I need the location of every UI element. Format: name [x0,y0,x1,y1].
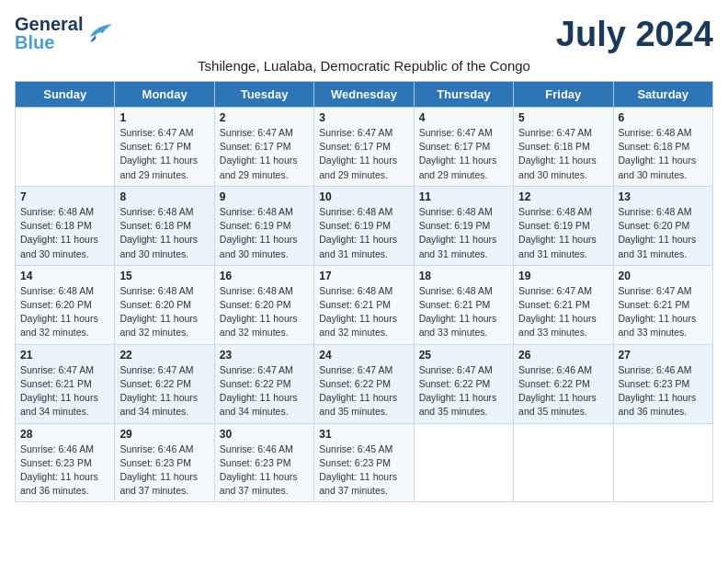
day-number: 3 [319,111,408,124]
day-number: 13 [619,190,708,203]
calendar-cell: 12Sunrise: 6:48 AM Sunset: 6:19 PM Dayli… [514,186,613,265]
day-info: Sunrise: 6:48 AM Sunset: 6:21 PM Dayligh… [419,284,508,340]
calendar-header: SundayMondayTuesdayWednesdayThursdayFrid… [16,82,713,108]
calendar-cell: 14Sunrise: 6:48 AM Sunset: 6:20 PM Dayli… [16,265,115,344]
header-row: SundayMondayTuesdayWednesdayThursdayFrid… [16,82,713,108]
calendar-cell: 29Sunrise: 6:46 AM Sunset: 6:23 PM Dayli… [115,423,214,502]
calendar-cell: 15Sunrise: 6:48 AM Sunset: 6:20 PM Dayli… [115,265,214,344]
calendar-week-row: 1Sunrise: 6:47 AM Sunset: 6:17 PM Daylig… [16,108,713,187]
day-info: Sunrise: 6:47 AM Sunset: 6:21 PM Dayligh… [619,284,708,340]
day-number: 4 [419,111,508,124]
day-info: Sunrise: 6:48 AM Sunset: 6:19 PM Dayligh… [419,205,508,261]
logo-blue-text: Blue [15,33,83,52]
day-number: 31 [319,428,408,441]
day-info: Sunrise: 6:45 AM Sunset: 6:23 PM Dayligh… [319,442,408,499]
calendar-cell: 1Sunrise: 6:47 AM Sunset: 6:17 PM Daylig… [115,108,214,187]
calendar-cell: 27Sunrise: 6:46 AM Sunset: 6:23 PM Dayli… [613,344,712,423]
day-number: 16 [220,270,309,282]
calendar-cell: 20Sunrise: 6:47 AM Sunset: 6:21 PM Dayli… [613,265,712,344]
day-info: Sunrise: 6:47 AM Sunset: 6:22 PM Dayligh… [319,363,408,419]
month-title: July 2024 [556,15,713,54]
day-number: 26 [518,349,608,362]
day-info: Sunrise: 6:48 AM Sunset: 6:20 PM Dayligh… [220,284,309,340]
day-info: Sunrise: 6:48 AM Sunset: 6:19 PM Dayligh… [518,205,608,261]
calendar-week-row: 21Sunrise: 6:47 AM Sunset: 6:21 PM Dayli… [16,344,713,423]
day-info: Sunrise: 6:47 AM Sunset: 6:17 PM Dayligh… [319,126,408,182]
header-day-tuesday: Tuesday [214,82,313,108]
day-info: Sunrise: 6:48 AM Sunset: 6:20 PM Dayligh… [619,205,708,261]
calendar-cell: 30Sunrise: 6:46 AM Sunset: 6:23 PM Dayli… [214,423,313,502]
day-info: Sunrise: 6:48 AM Sunset: 6:20 PM Dayligh… [20,284,109,340]
calendar-cell [16,108,115,187]
calendar-body: 1Sunrise: 6:47 AM Sunset: 6:17 PM Daylig… [16,108,713,502]
day-info: Sunrise: 6:46 AM Sunset: 6:23 PM Dayligh… [20,442,109,499]
calendar-cell [514,423,613,502]
header-day-thursday: Thursday [414,82,513,108]
day-number: 21 [20,349,109,362]
calendar-week-row: 14Sunrise: 6:48 AM Sunset: 6:20 PM Dayli… [16,265,713,344]
day-number: 2 [220,111,309,124]
calendar-cell: 11Sunrise: 6:48 AM Sunset: 6:19 PM Dayli… [414,186,513,265]
day-info: Sunrise: 6:47 AM Sunset: 6:21 PM Dayligh… [20,363,109,419]
calendar-cell: 9Sunrise: 6:48 AM Sunset: 6:19 PM Daylig… [214,186,313,265]
day-info: Sunrise: 6:47 AM Sunset: 6:22 PM Dayligh… [220,363,309,419]
calendar-cell: 22Sunrise: 6:47 AM Sunset: 6:22 PM Dayli… [115,344,214,423]
day-number: 23 [220,349,309,362]
calendar-week-row: 7Sunrise: 6:48 AM Sunset: 6:18 PM Daylig… [16,186,713,265]
calendar-cell: 31Sunrise: 6:45 AM Sunset: 6:23 PM Dayli… [314,423,414,502]
calendar-cell: 4Sunrise: 6:47 AM Sunset: 6:17 PM Daylig… [414,108,513,187]
calendar-cell: 13Sunrise: 6:48 AM Sunset: 6:20 PM Dayli… [613,186,712,265]
calendar-cell [414,423,513,502]
logo: General Blue [15,15,112,52]
day-number: 28 [20,428,109,441]
day-number: 29 [119,428,209,441]
header-day-wednesday: Wednesday [314,82,414,108]
calendar-cell: 6Sunrise: 6:48 AM Sunset: 6:18 PM Daylig… [613,108,712,187]
day-number: 7 [20,190,109,203]
day-info: Sunrise: 6:46 AM Sunset: 6:23 PM Dayligh… [619,363,708,419]
day-number: 15 [119,270,209,282]
day-info: Sunrise: 6:48 AM Sunset: 6:18 PM Dayligh… [20,205,109,261]
day-number: 5 [518,111,608,124]
calendar-cell: 24Sunrise: 6:47 AM Sunset: 6:22 PM Dayli… [314,344,414,423]
day-number: 6 [619,111,708,124]
calendar-cell: 5Sunrise: 6:47 AM Sunset: 6:18 PM Daylig… [514,108,613,187]
day-info: Sunrise: 6:48 AM Sunset: 6:20 PM Dayligh… [119,284,209,340]
day-info: Sunrise: 6:47 AM Sunset: 6:17 PM Dayligh… [119,126,209,182]
day-info: Sunrise: 6:48 AM Sunset: 6:19 PM Dayligh… [319,205,408,261]
logo-bird-icon [86,24,112,42]
day-number: 22 [119,349,209,362]
day-number: 19 [518,270,608,282]
day-number: 11 [419,190,508,203]
day-number: 18 [419,270,508,282]
day-number: 20 [619,270,708,282]
calendar-cell: 17Sunrise: 6:48 AM Sunset: 6:21 PM Dayli… [314,265,414,344]
calendar-cell: 3Sunrise: 6:47 AM Sunset: 6:17 PM Daylig… [314,108,414,187]
calendar-cell: 25Sunrise: 6:47 AM Sunset: 6:22 PM Dayli… [414,344,513,423]
day-info: Sunrise: 6:48 AM Sunset: 6:21 PM Dayligh… [319,284,408,340]
day-info: Sunrise: 6:47 AM Sunset: 6:17 PM Dayligh… [419,126,508,182]
day-info: Sunrise: 6:47 AM Sunset: 6:21 PM Dayligh… [518,284,608,340]
calendar-cell: 19Sunrise: 6:47 AM Sunset: 6:21 PM Dayli… [514,265,613,344]
day-info: Sunrise: 6:47 AM Sunset: 6:22 PM Dayligh… [119,363,209,419]
day-info: Sunrise: 6:48 AM Sunset: 6:18 PM Dayligh… [619,126,708,182]
calendar-cell: 26Sunrise: 6:46 AM Sunset: 6:22 PM Dayli… [514,344,613,423]
location-subtitle: Tshilenge, Lualaba, Democratic Republic … [15,58,713,74]
calendar-cell: 10Sunrise: 6:48 AM Sunset: 6:19 PM Dayli… [314,186,414,265]
day-number: 30 [220,428,309,441]
calendar-cell: 21Sunrise: 6:47 AM Sunset: 6:21 PM Dayli… [16,344,115,423]
day-info: Sunrise: 6:46 AM Sunset: 6:22 PM Dayligh… [518,363,608,419]
day-info: Sunrise: 6:46 AM Sunset: 6:23 PM Dayligh… [220,442,309,499]
day-number: 9 [220,190,309,203]
day-number: 12 [518,190,608,203]
calendar-cell [613,423,712,502]
calendar-cell: 28Sunrise: 6:46 AM Sunset: 6:23 PM Dayli… [16,423,115,502]
day-info: Sunrise: 6:46 AM Sunset: 6:23 PM Dayligh… [119,442,209,499]
header-day-sunday: Sunday [16,82,115,108]
day-number: 27 [619,349,708,362]
calendar-cell: 7Sunrise: 6:48 AM Sunset: 6:18 PM Daylig… [16,186,115,265]
day-number: 8 [119,190,209,203]
calendar-week-row: 28Sunrise: 6:46 AM Sunset: 6:23 PM Dayli… [16,423,713,502]
day-number: 10 [319,190,408,203]
day-number: 17 [319,270,408,282]
